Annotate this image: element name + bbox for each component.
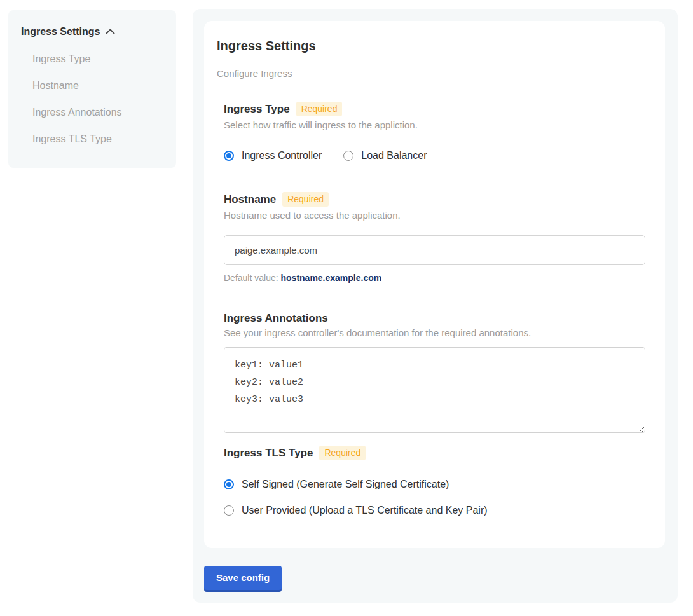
section-hostname: Hostname Required Hostname used to acces… [224, 192, 645, 283]
default-value-text: hostname.example.com [281, 273, 382, 283]
section-ingress-annotations: Ingress Annotations See your ingress con… [224, 312, 645, 433]
radio-label[interactable]: User Provided (Upload a TLS Certificate … [242, 504, 488, 516]
sidebar-group-toggle[interactable]: Ingress Settings [21, 25, 163, 38]
required-badge: Required [296, 102, 343, 116]
radio-unselected-icon[interactable] [343, 151, 353, 161]
radio-label[interactable]: Ingress Controller [242, 149, 322, 161]
radio-label[interactable]: Self Signed (Generate Self Signed Certif… [242, 478, 449, 490]
sidebar-item-hostname[interactable]: Hostname [32, 80, 163, 91]
page-subtitle: Configure Ingress [217, 69, 652, 79]
radio-label[interactable]: Load Balancer [361, 149, 427, 161]
radio-option-user-provided[interactable]: User Provided (Upload a TLS Certificate … [224, 504, 645, 516]
hostname-input[interactable] [224, 235, 645, 265]
section-title-ingress-tls-type: Ingress TLS Type [224, 447, 313, 459]
help-text-ingress-annotations: See your ingress controller's documentat… [224, 328, 645, 338]
tls-type-radio-group: Self Signed (Generate Self Signed Certif… [224, 478, 645, 516]
required-badge: Required [282, 192, 329, 207]
ingress-annotations-textarea[interactable]: key1: value1 key2: value2 key3: value3 [224, 347, 645, 433]
ingress-type-radio-group: Ingress Controller Load Balancer [224, 149, 645, 161]
radio-option-load-balancer[interactable]: Load Balancer [343, 149, 427, 161]
section-title-ingress-type: Ingress Type [224, 103, 290, 115]
help-text-ingress-type: Select how traffic will ingress to the a… [224, 120, 645, 130]
section-ingress-type: Ingress Type Required Select how traffic… [224, 102, 645, 161]
radio-selected-icon[interactable] [224, 479, 234, 489]
sidebar-item-ingress-annotations[interactable]: Ingress Annotations [32, 107, 163, 118]
sidebar-group-title: Ingress Settings [21, 25, 100, 38]
required-badge: Required [319, 446, 366, 460]
sidebar-item-ingress-type[interactable]: Ingress Type [32, 53, 163, 64]
help-text-hostname: Hostname used to access the application. [224, 210, 645, 221]
sidebar-item-ingress-tls-type[interactable]: Ingress TLS Type [32, 133, 163, 144]
radio-option-self-signed[interactable]: Self Signed (Generate Self Signed Certif… [224, 478, 645, 490]
section-title-ingress-annotations: Ingress Annotations [224, 312, 328, 324]
chevron-up-icon[interactable] [106, 29, 115, 34]
section-ingress-tls-type: Ingress TLS Type Required Self Signed (G… [224, 446, 645, 516]
config-main-panel: Ingress Settings Configure Ingress Ingre… [193, 9, 678, 603]
save-config-button[interactable]: Save config [204, 566, 282, 590]
config-card: Ingress Settings Configure Ingress Ingre… [204, 21, 665, 548]
config-groups-sidebar: Ingress Settings Ingress Type Hostname I… [8, 10, 176, 168]
hostname-default-line: Default value: hostname.example.com [224, 273, 645, 283]
page-title: Ingress Settings [217, 38, 652, 53]
sidebar-item-list: Ingress Type Hostname Ingress Annotation… [21, 53, 163, 144]
radio-option-ingress-controller[interactable]: Ingress Controller [224, 149, 322, 161]
default-value-label: Default value: [224, 273, 278, 283]
radio-unselected-icon[interactable] [224, 505, 234, 516]
radio-selected-icon[interactable] [224, 151, 234, 161]
section-title-hostname: Hostname [224, 193, 276, 205]
